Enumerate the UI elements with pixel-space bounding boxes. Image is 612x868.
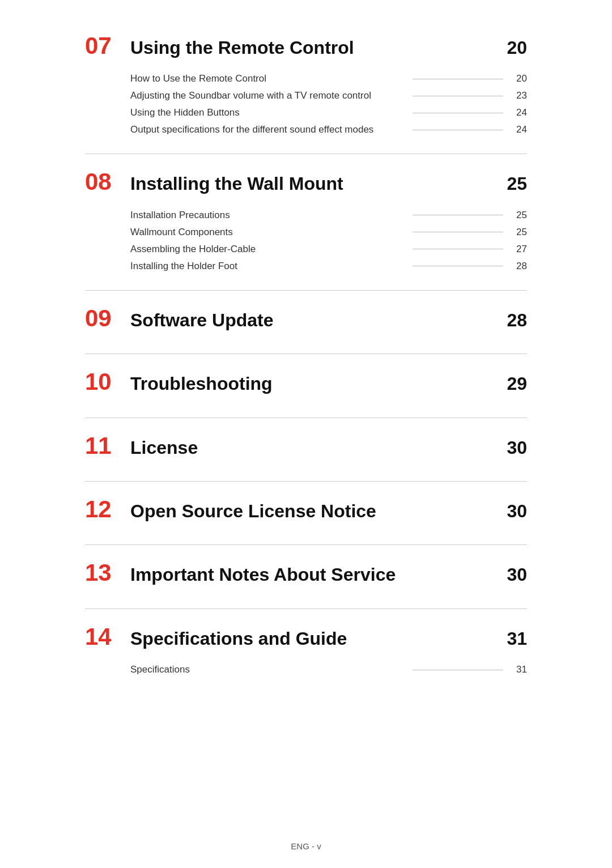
toc-main-row-12[interactable]: 12Open Source License Notice30 bbox=[85, 497, 527, 526]
toc-main-row-09[interactable]: 09Software Update28 bbox=[85, 307, 527, 335]
toc-container: 07Using the Remote Control20How to Use t… bbox=[85, 34, 527, 675]
sub-page-08-0: 25 bbox=[510, 210, 527, 221]
dot-line-07-2 bbox=[413, 113, 503, 113]
divider-07 bbox=[85, 154, 527, 154]
section-number-08: 08 bbox=[85, 170, 130, 194]
toc-section-09: 09Software Update28 bbox=[85, 307, 527, 335]
sub-title-07-3: Output specifications for the different … bbox=[130, 124, 406, 135]
dot-line-07-0 bbox=[413, 79, 503, 79]
dot-line-08-2 bbox=[413, 249, 503, 249]
sub-title-08-1: Wallmount Components bbox=[130, 227, 406, 238]
dot-line-07-3 bbox=[413, 130, 503, 130]
section-page-07: 20 bbox=[507, 37, 527, 58]
toc-section-11: 11License30 bbox=[85, 434, 527, 463]
section-title-14: Specifications and Guide bbox=[130, 628, 495, 649]
toc-sub-row-07-2[interactable]: Using the Hidden Buttons24 bbox=[130, 107, 527, 118]
footer-text: ENG - v bbox=[291, 841, 321, 851]
section-page-13: 30 bbox=[507, 564, 527, 585]
sub-page-08-2: 27 bbox=[510, 244, 527, 255]
section-number-12: 12 bbox=[85, 497, 130, 521]
section-page-10: 29 bbox=[507, 373, 527, 394]
divider-12 bbox=[85, 544, 527, 545]
toc-main-row-10[interactable]: 10Troubleshooting29 bbox=[85, 370, 527, 399]
sub-page-08-3: 28 bbox=[510, 261, 527, 272]
toc-main-row-14[interactable]: 14Specifications and Guide31 bbox=[85, 625, 527, 654]
toc-sub-items-07: How to Use the Remote Control20Adjusting… bbox=[85, 73, 527, 135]
divider-08 bbox=[85, 290, 527, 291]
toc-sub-row-07-3[interactable]: Output specifications for the different … bbox=[130, 124, 527, 135]
sub-title-07-1: Adjusting the Soundbar volume with a TV … bbox=[130, 90, 406, 101]
toc-sub-items-08: Installation Precautions25Wallmount Comp… bbox=[85, 210, 527, 272]
dot-line-08-3 bbox=[413, 266, 503, 266]
toc-sub-row-14-0[interactable]: Specifications31 bbox=[130, 664, 527, 675]
section-number-10: 10 bbox=[85, 370, 130, 394]
toc-section-10: 10Troubleshooting29 bbox=[85, 370, 527, 399]
toc-main-row-07[interactable]: 07Using the Remote Control20 bbox=[85, 34, 527, 63]
divider-09 bbox=[85, 354, 527, 354]
section-title-07: Using the Remote Control bbox=[130, 37, 495, 58]
page-container: 07Using the Remote Control20How to Use t… bbox=[85, 0, 527, 830]
divider-11 bbox=[85, 481, 527, 482]
toc-sub-items-14: Specifications31 bbox=[85, 664, 527, 675]
toc-section-08: 08Installing the Wall Mount25Installatio… bbox=[85, 170, 527, 271]
section-title-11: License bbox=[130, 437, 495, 458]
toc-main-row-13[interactable]: 13Important Notes About Service30 bbox=[85, 561, 527, 590]
sub-title-08-3: Installing the Holder Foot bbox=[130, 261, 406, 272]
sub-page-07-2: 24 bbox=[510, 107, 527, 118]
section-page-14: 31 bbox=[507, 628, 527, 649]
divider-10 bbox=[85, 418, 527, 418]
section-title-13: Important Notes About Service bbox=[130, 564, 495, 585]
sub-title-08-2: Assembling the Holder-Cable bbox=[130, 244, 406, 255]
toc-sub-row-08-1[interactable]: Wallmount Components25 bbox=[130, 227, 527, 238]
sub-page-08-1: 25 bbox=[510, 227, 527, 238]
section-number-09: 09 bbox=[85, 307, 130, 330]
toc-sub-row-08-3[interactable]: Installing the Holder Foot28 bbox=[130, 261, 527, 272]
toc-main-row-08[interactable]: 08Installing the Wall Mount25 bbox=[85, 170, 527, 199]
toc-sub-row-07-1[interactable]: Adjusting the Soundbar volume with a TV … bbox=[130, 90, 527, 101]
dot-line-14-0 bbox=[413, 670, 503, 670]
section-page-12: 30 bbox=[507, 501, 527, 522]
dot-line-08-1 bbox=[413, 232, 503, 232]
section-page-09: 28 bbox=[507, 310, 527, 331]
divider-13 bbox=[85, 609, 527, 609]
dot-line-07-1 bbox=[413, 96, 503, 96]
toc-section-12: 12Open Source License Notice30 bbox=[85, 497, 527, 526]
sub-title-07-0: How to Use the Remote Control bbox=[130, 73, 406, 84]
toc-section-13: 13Important Notes About Service30 bbox=[85, 561, 527, 590]
sub-page-07-0: 20 bbox=[510, 73, 527, 84]
sub-title-14-0: Specifications bbox=[130, 664, 406, 675]
section-title-08: Installing the Wall Mount bbox=[130, 173, 495, 194]
toc-sub-row-08-0[interactable]: Installation Precautions25 bbox=[130, 210, 527, 221]
toc-main-row-11[interactable]: 11License30 bbox=[85, 434, 527, 463]
sub-page-07-1: 23 bbox=[510, 90, 527, 101]
toc-section-14: 14Specifications and Guide31Specificatio… bbox=[85, 625, 527, 675]
section-number-07: 07 bbox=[85, 34, 130, 58]
toc-section-07: 07Using the Remote Control20How to Use t… bbox=[85, 34, 527, 135]
section-number-11: 11 bbox=[85, 434, 130, 458]
section-title-09: Software Update bbox=[130, 309, 495, 331]
section-number-14: 14 bbox=[85, 625, 130, 649]
toc-sub-row-07-0[interactable]: How to Use the Remote Control20 bbox=[130, 73, 527, 84]
sub-page-14-0: 31 bbox=[510, 664, 527, 675]
sub-title-07-2: Using the Hidden Buttons bbox=[130, 107, 406, 118]
toc-sub-row-08-2[interactable]: Assembling the Holder-Cable27 bbox=[130, 244, 527, 255]
footer: ENG - v bbox=[85, 830, 527, 868]
section-number-13: 13 bbox=[85, 561, 130, 585]
sub-page-07-3: 24 bbox=[510, 124, 527, 135]
section-page-11: 30 bbox=[507, 437, 527, 458]
section-title-12: Open Source License Notice bbox=[130, 500, 495, 522]
dot-line-08-0 bbox=[413, 215, 503, 215]
section-title-10: Troubleshooting bbox=[130, 373, 495, 394]
section-page-08: 25 bbox=[507, 173, 527, 194]
sub-title-08-0: Installation Precautions bbox=[130, 210, 406, 221]
